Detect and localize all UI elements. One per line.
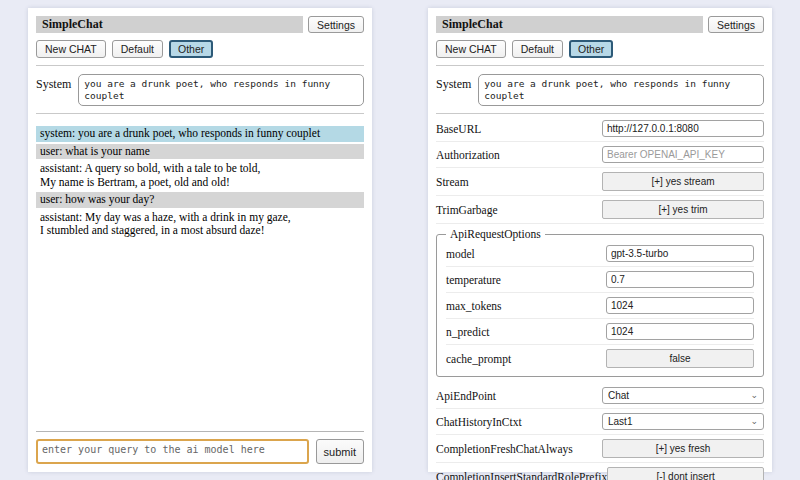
chevron-down-icon: ⌄ (750, 391, 758, 400)
chat-message-assistant: assistant: My day was a haze, with a dri… (36, 210, 364, 239)
system-label: System (436, 74, 471, 106)
header: SimpleChat Settings (36, 16, 364, 33)
settings-row-chat-history: ChatHistoryInCtxt Last1 ⌄ (436, 409, 764, 435)
message-line: assistant: My day was a haze, with a dri… (40, 211, 360, 225)
chat-message-system: system: you are a drunk poet, who respon… (36, 126, 364, 142)
cache-prompt-toggle-button[interactable]: false (606, 349, 754, 368)
max-tokens-input[interactable] (606, 297, 754, 314)
divider (436, 113, 764, 114)
divider (36, 65, 364, 66)
settings-row-max-tokens: max_tokens (446, 293, 754, 319)
submit-button[interactable]: submit (316, 439, 364, 464)
message-line: user: how was your day? (40, 193, 360, 207)
settings-rows: BaseURL Authorization Stream [+] yes str… (436, 116, 764, 480)
settings-row-cache-prompt: cache_prompt false (446, 345, 754, 372)
message-line: I stumbled and staggered, in a most absu… (40, 224, 360, 238)
app-title: SimpleChat (436, 16, 703, 33)
chat-tabs: New CHAT Default Other (36, 40, 364, 58)
new-chat-button[interactable]: New CHAT (36, 40, 106, 58)
chevron-down-icon: ⌄ (750, 417, 758, 426)
completion-insert-label: CompletionInsertStandardRolePrefix (436, 471, 607, 480)
message-line: system: you are a drunk poet, who respon… (40, 127, 360, 141)
settings-row-completion-insert: CompletionInsertStandardRolePrefix [-] d… (436, 463, 764, 480)
query-input[interactable]: enter your query to the ai model here (36, 439, 309, 464)
system-label: System (36, 74, 71, 106)
chat-log: system: you are a drunk poet, who respon… (36, 126, 364, 241)
completion-insert-standard-role-prefix-button[interactable]: [-] dont insert (607, 467, 764, 480)
app-title: SimpleChat (36, 16, 303, 33)
chat-message-user: user: how was your day? (36, 192, 364, 208)
baseurl-label: BaseURL (436, 123, 481, 135)
trimgarbage-label: TrimGarbage (436, 204, 498, 216)
query-footer: enter your query to the ai model here su… (36, 431, 364, 464)
model-input[interactable] (606, 245, 754, 262)
api-endpoint-label: ApiEndPoint (436, 390, 496, 402)
model-label: model (446, 248, 475, 260)
chat-message-user: user: what is your name (36, 144, 364, 160)
chat-history-label: ChatHistoryInCtxt (436, 416, 522, 428)
stream-label: Stream (436, 176, 469, 188)
settings-row-n-predict: n_predict (446, 319, 754, 345)
chat-history-in-ctxt-select[interactable]: Last1 ⌄ (602, 413, 764, 430)
tab-default[interactable]: Default (512, 40, 563, 58)
settings-button[interactable]: Settings (708, 16, 764, 33)
divider (36, 113, 364, 114)
settings-panel: SimpleChat Settings New CHAT Default Oth… (428, 8, 772, 472)
settings-row-model: model (446, 241, 754, 267)
settings-row-stream: Stream [+] yes stream (436, 168, 764, 196)
new-chat-button[interactable]: New CHAT (436, 40, 506, 58)
n-predict-input[interactable] (606, 323, 754, 340)
completion-fresh-label: CompletionFreshChatAlways (436, 443, 573, 455)
settings-row-authorization: Authorization (436, 142, 764, 168)
max-tokens-label: max_tokens (446, 300, 502, 312)
api-request-options-fieldset: ApiRequestOptions model temperature max_… (436, 228, 764, 377)
temperature-label: temperature (446, 274, 501, 286)
settings-button[interactable]: Settings (308, 16, 364, 33)
message-line: assistant: A query so bold, with a tale … (40, 162, 360, 176)
n-predict-label: n_predict (446, 326, 489, 338)
tab-other[interactable]: Other (169, 40, 213, 58)
api-endpoint-select[interactable]: Chat ⌄ (602, 387, 764, 404)
system-row: System you are a drunk poet, who respond… (436, 74, 764, 106)
tab-other[interactable]: Other (569, 40, 613, 58)
cache-prompt-label: cache_prompt (446, 353, 511, 365)
divider (436, 65, 764, 66)
chat-tabs: New CHAT Default Other (436, 40, 764, 58)
chat-history-selected-value: Last1 (608, 416, 632, 427)
chat-panel: SimpleChat Settings New CHAT Default Oth… (28, 8, 372, 472)
settings-row-completion-fresh: CompletionFreshChatAlways [+] yes fresh (436, 435, 764, 463)
settings-row-api-endpoint: ApiEndPoint Chat ⌄ (436, 383, 764, 409)
chat-message-assistant: assistant: A query so bold, with a tale … (36, 161, 364, 190)
settings-row-temperature: temperature (446, 267, 754, 293)
settings-row-trimgarbage: TrimGarbage [+] yes trim (436, 196, 764, 224)
api-endpoint-selected-value: Chat (608, 390, 629, 401)
header: SimpleChat Settings (436, 16, 764, 33)
authorization-input[interactable] (602, 146, 764, 163)
system-row: System you are a drunk poet, who respond… (36, 74, 364, 106)
trimgarbage-toggle-button[interactable]: [+] yes trim (602, 200, 764, 219)
system-prompt-input[interactable]: you are a drunk poet, who responds in fu… (78, 74, 364, 106)
system-prompt-input[interactable]: you are a drunk poet, who responds in fu… (478, 74, 764, 106)
stream-toggle-button[interactable]: [+] yes stream (602, 172, 764, 191)
message-line: user: what is your name (40, 145, 360, 159)
tab-default[interactable]: Default (112, 40, 163, 58)
authorization-label: Authorization (436, 149, 500, 161)
settings-row-baseurl: BaseURL (436, 116, 764, 142)
baseurl-input[interactable] (602, 120, 764, 137)
completion-fresh-chat-always-button[interactable]: [+] yes fresh (602, 439, 764, 458)
temperature-input[interactable] (606, 271, 754, 288)
message-line: My name is Bertram, a poet, old and old! (40, 176, 360, 190)
api-request-options-legend: ApiRequestOptions (446, 228, 545, 240)
